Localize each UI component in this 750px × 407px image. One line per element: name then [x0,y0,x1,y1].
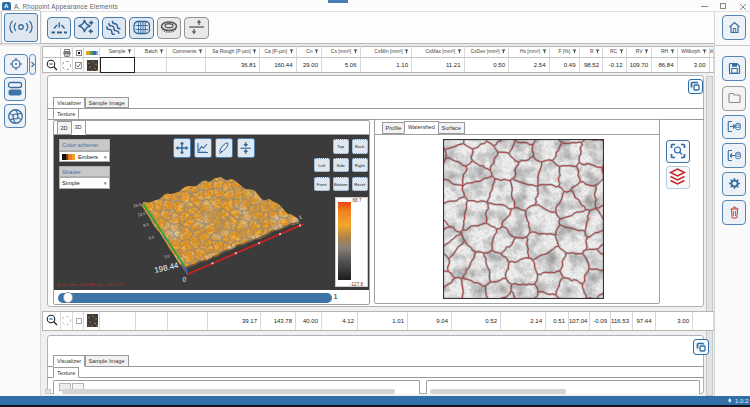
svg-text:3.0: 3.0 [164,253,171,259]
svg-text:Scan Time: 01.0087 µm - 10.0 7: Scan Time: 01.0087 µm - 10.0 779 [57,282,124,287]
svg-text:0: 0 [183,276,187,283]
svg-text:12.0: 12.0 [137,211,146,218]
svg-text:9.0: 9.0 [143,222,150,228]
svg-text:15.0: 15.0 [133,202,142,209]
svg-text:198.44: 198.44 [153,261,179,275]
svg-text:6.0: 6.0 [148,234,155,240]
